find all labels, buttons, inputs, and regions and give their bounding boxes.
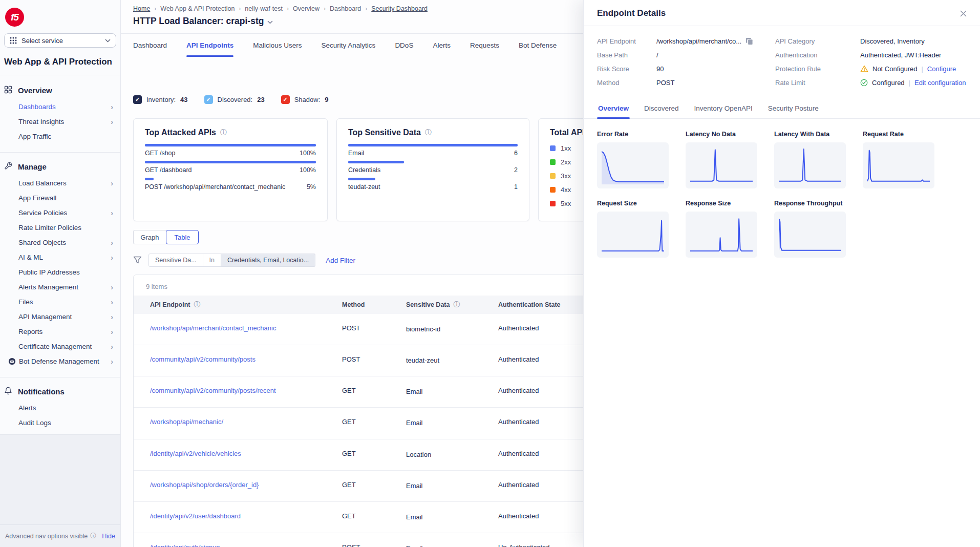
sidebar-item-reports[interactable]: Reports› [0,324,120,339]
configure-link[interactable]: Configure [927,65,956,73]
endpoint-link[interactable]: /identity/api/auth/signup [150,543,342,547]
endpoint-link[interactable]: /workshop/api/merchant/contact_mechanic [150,324,342,334]
endpoint-link[interactable]: /identity/api/v2/user/dashboard [150,512,342,522]
sidebar-item-app-firewall[interactable]: App Firewall [0,191,120,205]
chevron-right-icon: › [111,254,113,261]
tab-malicious-users[interactable]: Malicious Users [253,34,302,57]
checkbox-checked-icon[interactable]: ✓ [204,95,213,104]
sidebar-item-service-policies[interactable]: Service Policies› [0,205,120,220]
chevron-right-icon: › [111,209,113,217]
hide-link[interactable]: Hide [102,533,115,540]
graph-toggle-button[interactable]: Graph [133,230,166,244]
breadcrumb-item[interactable]: Dashboard [330,5,361,12]
sidebar-item-dashboards[interactable]: Dashboards› [0,99,120,114]
legend-swatch [550,173,556,179]
tab-api-endpoints[interactable]: API Endpoints [186,34,233,57]
info-icon[interactable]: ⓘ [220,128,227,137]
field-label: Method [597,79,656,87]
info-icon[interactable]: ⓘ [194,300,200,309]
sidebar-item-certificate-management[interactable]: Certificate Management› [0,339,120,354]
sidebar-item-load-balancers[interactable]: Load Balancers› [0,176,120,191]
title-chevron-down-icon[interactable] [267,20,273,24]
breadcrumb-item[interactable]: Home [133,5,150,12]
breadcrumb-item[interactable]: Overview [293,5,319,12]
info-icon[interactable]: ⓘ [453,300,460,309]
sidebar-item-label: Audit Logs [18,419,113,427]
table-toggle-button[interactable]: Table [166,230,199,244]
sidebar-item-files[interactable]: Files› [0,294,120,309]
panel-tab-overview[interactable]: Overview [597,99,630,118]
legend-label: 5xx [561,200,571,207]
sidebar-item-rate-limiter-policies[interactable]: Rate Limiter Policies [0,220,120,235]
tab-ddos[interactable]: DDoS [395,34,413,57]
sidebar-item-api-management[interactable]: API Management› [0,309,120,324]
sensitive-data-value: biometric-id [406,324,498,334]
sidebar-item-threat-insights[interactable]: Threat Insights› [0,114,120,129]
type-filter-inventory[interactable]: ✓Inventory: 43 [133,95,188,104]
warning-icon [860,65,868,73]
tab-security-analytics[interactable]: Security Analytics [322,34,376,57]
sensitive-data-value: Email [406,481,498,491]
endpoint-link[interactable]: /community/api/v2/community/posts/recent [150,387,342,397]
tab-dashboard[interactable]: Dashboard [133,34,167,57]
filter-operator-chip[interactable]: In [203,254,221,267]
chart-title: Latency No Data [686,131,757,138]
edit-configuration-link[interactable]: Edit configuration [914,79,966,87]
type-filter-label: Inventory: [146,96,176,103]
filter-field-chip[interactable]: Sensitive Da... [148,254,203,267]
sensitive-data-value: Email [406,387,498,397]
sidebar-item-alerts-management[interactable]: Alerts Management› [0,280,120,294]
breadcrumb-item[interactable]: nelly-waf-test [245,5,283,12]
method-cell: POST [342,355,406,366]
breadcrumb-item[interactable]: Web App & API Protection [160,5,235,12]
field-label: Base Path [597,51,656,59]
legend-label: 2xx [561,158,571,166]
panel-title: Endpoint Details [597,8,666,18]
graph-table-toggle: GraphTable [133,230,199,244]
tab-alerts[interactable]: Alerts [433,34,451,57]
sidebar-item-audit-logs[interactable]: Audit Logs [0,415,120,430]
endpoint-link[interactable]: /workshop/api/shop/orders/{order_id} [150,481,342,491]
copy-icon[interactable] [745,37,753,45]
endpoint-link[interactable]: /community/api/v2/community/posts [150,355,342,366]
chart-title: Response Throughput [774,200,846,207]
service-selector[interactable]: Select service [4,33,116,48]
sidebar-item-label: Threat Insights [18,118,111,125]
sidebar-item-shared-objects[interactable]: Shared Objects› [0,235,120,250]
sensitive-data-value: Email [406,512,498,522]
close-icon[interactable] [960,10,967,17]
nav-section-notifications: NotificationsAlertsAudit Logs [0,377,120,434]
sidebar-item-app-traffic[interactable]: App Traffic [0,129,120,144]
info-icon[interactable]: ⓘ [425,128,432,137]
overview-grid-icon [4,86,12,95]
panel-tab-inventory-openapi[interactable]: Inventory OpenAPI [693,99,754,118]
bar-row: teudat-zeut1 [348,178,518,191]
type-filter-discovered[interactable]: ✓Discovered: 23 [204,95,265,104]
type-filter-shadow[interactable]: ✓Shadow: 9 [281,95,329,104]
wrench-icon [4,162,12,172]
endpoint-link[interactable]: /workshop/api/mechanic/ [150,418,342,428]
info-icon[interactable]: ⓘ [90,532,96,540]
panel-tab-discovered[interactable]: Discovered [643,99,680,118]
sidebar-item-label: Dashboards [18,103,111,111]
bar-label: teudat-zeut [348,183,380,191]
filter-value-chip[interactable]: Credentials, Email, Locatio... [221,254,315,267]
type-filter-count: 43 [180,96,187,103]
sidebar-item-bot-defense-management[interactable]: Bot Defense Management› [0,354,120,369]
sidebar-item-alerts[interactable]: Alerts [0,401,120,415]
legend-swatch [550,159,556,165]
tab-bot-defense[interactable]: Bot Defense [519,34,557,57]
chart-title: Latency With Data [774,131,846,138]
f5-logo[interactable]: f5 [5,8,24,27]
legend-label: 1xx [561,144,571,152]
checkbox-checked-icon[interactable]: ✓ [133,95,142,104]
add-filter-button[interactable]: Add Filter [326,257,355,264]
sidebar-item-public-ip-addresses[interactable]: Public IP Addresses [0,265,120,280]
sidebar-item-ai-ml[interactable]: AI & ML› [0,250,120,265]
endpoint-link[interactable]: /identity/api/v2/vehicle/vehicles [150,450,342,460]
breadcrumb-item[interactable]: Security Dashboard [371,5,428,12]
panel-tab-security-posture[interactable]: Security Posture [767,99,820,118]
checkbox-checked-icon[interactable]: ✓ [281,95,290,104]
tab-requests[interactable]: Requests [470,34,499,57]
metric-chart-request-size: Request Size [597,200,669,258]
